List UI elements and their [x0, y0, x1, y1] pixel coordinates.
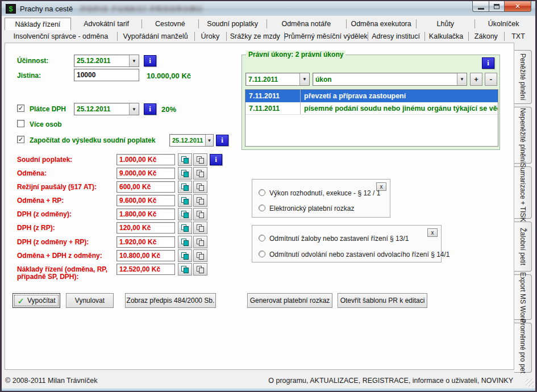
chevron-down-icon[interactable]: ▼ [205, 135, 213, 146]
add-ukon-button[interactable]: + [470, 73, 482, 86]
tab-soudni-poplatky[interactable]: Soudní poplatky [198, 18, 267, 30]
radio-vykon-rozhodnuti-label[interactable]: Výkon rozhodnutí, exekuce - § 12 / 1 [269, 189, 380, 197]
platce-dph-info-button[interactable]: i [144, 103, 156, 115]
close-group-button[interactable]: x [427, 228, 438, 237]
copy-plain-button[interactable] [193, 249, 207, 262]
tab-naklady-rizeni[interactable]: Náklady řízení [5, 18, 71, 30]
tab-ukolnicek[interactable]: Úkolníček [474, 18, 532, 30]
copy-button[interactable] [178, 236, 192, 248]
tab-vyporadani-manzelu[interactable]: Vypořádání manželů [117, 30, 194, 43]
platce-dph-label[interactable]: Plátce DPH [30, 105, 66, 113]
pravni-ukony-info-button[interactable]: i [482, 57, 494, 69]
fee-value-input[interactable] [116, 181, 175, 193]
platce-dph-checkbox[interactable]: ✓ [17, 105, 24, 112]
copy-button[interactable] [178, 208, 192, 220]
tab-txt[interactable]: TXT [504, 30, 532, 43]
vtab-nepenezite-plneni[interactable]: Nepeněžité plnění [514, 107, 532, 164]
title-bar[interactable]: $ Prachy na cestě POPIS FUNKCÍ PROGRAMU … [2, 1, 535, 16]
tab-odmena-exekutora[interactable]: Odměna exekutora [346, 18, 417, 30]
zapocitat-label[interactable]: Započítat do výsledku soudní poplatek [30, 136, 155, 144]
vice-osob-label[interactable]: Více osob [30, 120, 62, 128]
copy-plain-button[interactable] [193, 263, 207, 276]
copy-button[interactable] [178, 263, 192, 276]
tab-srazky-ze-mzdy[interactable]: Srážky ze mzdy [226, 30, 284, 43]
copy-button[interactable] [178, 222, 192, 234]
tab-odmena-notare[interactable]: Odměna notáře [267, 18, 346, 30]
tab-uroky[interactable]: Úroky [194, 30, 226, 43]
copy-plain-button[interactable] [193, 208, 207, 220]
radio-vykon-rozhodnuti[interactable] [259, 189, 265, 196]
fee-value-input[interactable] [116, 195, 175, 206]
radio-elektronicky-platebni-rozkaz[interactable] [259, 205, 265, 211]
radio-odmitnuti-zaloby[interactable] [259, 235, 265, 241]
ukon-select[interactable]: úkon ▼ [313, 73, 467, 86]
tab-kalkulacka[interactable]: Kalkulačka [424, 30, 468, 43]
zapocitat-date-select[interactable]: 25.12.2011 ▼ [169, 134, 214, 147]
vtab-sumarizace-tisk[interactable]: Sumarizace + TISK [514, 166, 532, 219]
ukony-list[interactable]: 7.11.2011 převzetí a příprava zastoupení… [245, 89, 498, 147]
zapocitat-info-button[interactable]: i [216, 135, 228, 146]
zapocitat-checkbox[interactable]: ✓ [17, 136, 24, 143]
copy-pages-gray-icon [197, 156, 205, 164]
fee-value-input[interactable] [116, 236, 175, 248]
radio-odmitnuti-odvolani[interactable] [259, 251, 265, 257]
vtab-promenne-pro-petit[interactable]: Proměnné pro petit [514, 323, 532, 373]
copy-button[interactable] [178, 153, 192, 166]
copy-pages-teal-icon [181, 170, 189, 177]
tab-lhuty[interactable]: Lhůty [416, 18, 474, 30]
fee-value-input[interactable] [116, 222, 175, 233]
fee-value-input[interactable] [116, 208, 175, 220]
jistina-input[interactable] [74, 69, 139, 81]
resize-grip[interactable] [526, 379, 534, 387]
tab-prumerny-vydelek[interactable]: Průměrný měsíční výdělek [284, 30, 368, 43]
copy-button[interactable] [178, 194, 192, 207]
vtab-zalobni-petit[interactable]: Žalobní petit [514, 222, 532, 272]
tab-advokatni-tarif[interactable]: Advokátní tarif [71, 18, 142, 30]
chevron-down-icon[interactable]: ▼ [299, 73, 309, 85]
ucinnost-date-select[interactable]: 25.12.2011 ▼ [74, 55, 139, 67]
copy-plain-button[interactable] [193, 181, 207, 193]
copy-button[interactable] [178, 181, 192, 193]
minimize-button[interactable] [472, 1, 489, 12]
copy-plain-button[interactable] [193, 167, 207, 180]
vtab-export-ms-word[interactable]: Export MS Word [514, 274, 532, 320]
otevrit-sablonu-button[interactable]: Otevřít šablonu PR k editaci [338, 293, 427, 308]
vtab-penezite-plneni[interactable]: Peněžité plnění [514, 50, 532, 104]
copy-button[interactable] [178, 249, 192, 262]
status-links-text[interactable]: O programu, AKTUALIZACE, REGISTRACE, inf… [268, 377, 513, 385]
radio-elektronicky-platebni-rozkaz-label[interactable]: Elektronický platební rozkaz [269, 205, 354, 212]
copy-plain-button[interactable] [193, 194, 207, 207]
tab-cestovne[interactable]: Cestovné [141, 18, 198, 30]
copy-plain-button[interactable] [193, 236, 207, 248]
copy-button[interactable] [178, 167, 192, 180]
copy-plain-button[interactable] [193, 153, 207, 166]
tab-adresy-instituci[interactable]: Adresy institucí [368, 30, 424, 43]
radio-odmitnuti-odvolani-label[interactable]: Odmítnutí odvolání nebo zastavení odvola… [269, 251, 450, 258]
close-button[interactable]: ✕ [505, 1, 531, 12]
radio-odmitnuti-zaloby-label[interactable]: Odmítnutí žaloby nebo zastavení řízení §… [269, 235, 409, 243]
chevron-down-icon[interactable]: ▼ [129, 103, 139, 115]
tab-insolvencni-spravce[interactable]: Insolvenční správce - odměna [5, 30, 117, 43]
ukony-list-row[interactable]: 7.11.2011 písemné podání soudu nebo jiné… [245, 102, 498, 115]
fee-value-input[interactable] [116, 154, 175, 165]
maximize-button[interactable] [489, 1, 505, 12]
vice-osob-checkbox[interactable] [17, 120, 24, 127]
tab-zakony[interactable]: Zákony [468, 30, 504, 43]
chevron-down-icon[interactable]: ▼ [129, 55, 139, 66]
vynulovat-button[interactable]: Vynulovat [66, 293, 114, 308]
chevron-down-icon[interactable]: ▼ [457, 73, 467, 85]
zobraz-predpis-button[interactable]: Zobraz předpis 484/2000 Sb. [125, 293, 216, 308]
soudni-poplatek-info-button[interactable]: i [210, 154, 222, 165]
remove-ukon-button[interactable]: - [485, 73, 497, 86]
vypocitat-button[interactable]: ✓ Vypočítat [13, 293, 60, 308]
generovat-platebni-rozkaz-button[interactable]: Generovat platební rozkaz [247, 293, 332, 308]
fee-value-input[interactable] [116, 168, 175, 179]
platce-dph-date-select[interactable]: 25.12.2011 ▼ [74, 103, 139, 115]
ukony-list-row[interactable]: 7.11.2011 převzetí a příprava zastoupení [245, 90, 498, 102]
ukon-date-select[interactable]: 7.11.2011 ▼ [245, 73, 310, 86]
copy-pages-teal-icon [181, 252, 189, 260]
ucinnost-info-button[interactable]: i [144, 55, 156, 66]
fee-value-input[interactable] [116, 250, 175, 261]
copy-plain-button[interactable] [193, 222, 207, 234]
fee-value-input[interactable] [116, 264, 175, 275]
